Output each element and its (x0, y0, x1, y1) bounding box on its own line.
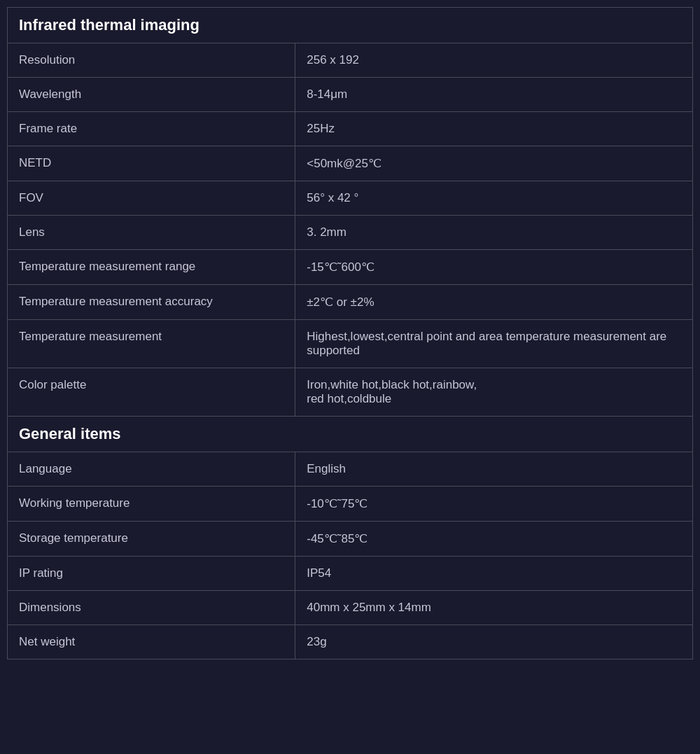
infrared-title: Infrared thermal imaging (19, 16, 681, 34)
row-label: Color palette (8, 368, 295, 417)
row-label: Storage temperature (8, 522, 295, 557)
row-value: <50mk@25℃ (295, 146, 692, 181)
spec-table-container: Infrared thermal imaging Resolution256 x… (7, 7, 693, 659)
general-table: LanguageEnglishWorking temperature-10℃˜7… (8, 452, 692, 659)
row-value: ±2℃ or ±2% (295, 285, 692, 320)
infrared-table: Resolution256 x 192Wavelength8-14μmFrame… (8, 43, 692, 416)
table-row: Lens3. 2mm (8, 216, 692, 250)
table-row: LanguageEnglish (8, 452, 692, 487)
row-value: -10℃˜75℃ (295, 487, 692, 522)
row-value: 8-14μm (295, 78, 692, 112)
row-label: Resolution (8, 43, 295, 78)
row-label: Temperature measurement accuracy (8, 285, 295, 320)
table-row: Wavelength8-14μm (8, 78, 692, 112)
table-row: Temperature measurement accuracy±2℃ or ±… (8, 285, 692, 320)
row-label: NETD (8, 146, 295, 181)
row-value: 23g (295, 625, 692, 659)
row-label: Lens (8, 216, 295, 250)
row-label: FOV (8, 181, 295, 216)
row-label: Net weight (8, 625, 295, 659)
table-row: Net weight23g (8, 625, 692, 659)
table-row: FOV56° x 42 ° (8, 181, 692, 216)
row-label: Frame rate (8, 112, 295, 146)
row-value: -45℃˜85℃ (295, 522, 692, 557)
row-label: Dimensions (8, 591, 295, 625)
table-row: NETD<50mk@25℃ (8, 146, 692, 181)
row-label: Wavelength (8, 78, 295, 112)
row-value: 256 x 192 (295, 43, 692, 78)
general-section-header: General items (8, 416, 692, 452)
row-label: Language (8, 452, 295, 487)
table-row: Resolution256 x 192 (8, 43, 692, 78)
table-row: Dimensions40mm x 25mm x 14mm (8, 591, 692, 625)
row-value: English (295, 452, 692, 487)
row-label: Temperature measurement (8, 320, 295, 368)
row-value: 56° x 42 ° (295, 181, 692, 216)
row-value: 3. 2mm (295, 216, 692, 250)
row-value: Iron,white hot,black hot,rainbow,red hot… (295, 368, 692, 417)
row-value: -15℃˜600℃ (295, 250, 692, 285)
row-value: 25Hz (295, 112, 692, 146)
table-row: Working temperature-10℃˜75℃ (8, 487, 692, 522)
table-row: IP ratingIP54 (8, 557, 692, 591)
row-value: Highest,lowest,central point and area te… (295, 320, 692, 368)
row-value: IP54 (295, 557, 692, 591)
table-row: Temperature measurement range-15℃˜600℃ (8, 250, 692, 285)
general-title: General items (19, 425, 681, 443)
infrared-section-header: Infrared thermal imaging (8, 8, 692, 43)
table-row: Color paletteIron,white hot,black hot,ra… (8, 368, 692, 417)
row-label: Temperature measurement range (8, 250, 295, 285)
row-value: 40mm x 25mm x 14mm (295, 591, 692, 625)
table-row: Storage temperature-45℃˜85℃ (8, 522, 692, 557)
table-row: Temperature measurementHighest,lowest,ce… (8, 320, 692, 368)
table-row: Frame rate25Hz (8, 112, 692, 146)
row-label: IP rating (8, 557, 295, 591)
row-label: Working temperature (8, 487, 295, 522)
